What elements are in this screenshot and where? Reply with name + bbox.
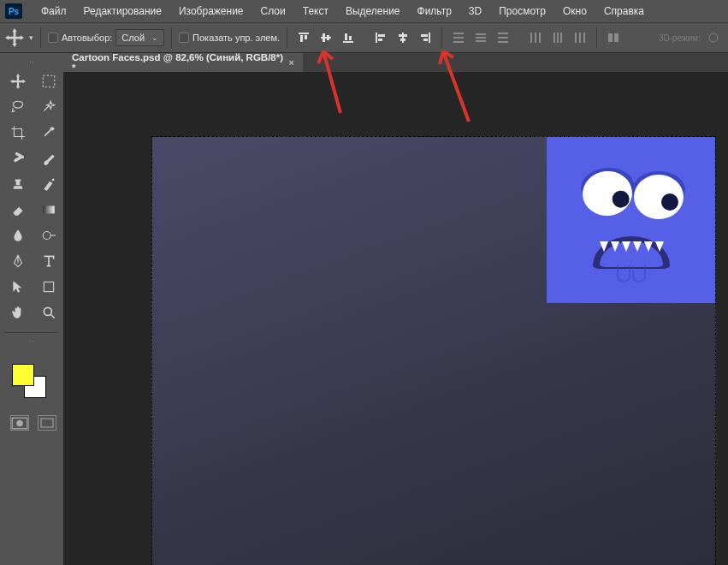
distribute-bottom-button[interactable]	[494, 28, 512, 47]
lasso-tool[interactable]	[5, 96, 31, 118]
eraser-tool[interactable]	[5, 199, 31, 221]
menu-view[interactable]: Просмотр	[490, 2, 554, 21]
dodge-tool[interactable]	[36, 224, 62, 247]
app-logo: Ps	[5, 3, 22, 19]
blur-tool[interactable]	[5, 224, 31, 247]
svg-rect-8	[349, 36, 352, 40]
distribute-left-button[interactable]	[526, 28, 545, 47]
svg-rect-20	[453, 41, 464, 43]
document-tab[interactable]: Cartoon Faces.psd @ 82,6% (Синий, RGB/8*…	[63, 53, 303, 72]
color-swatches[interactable]	[5, 364, 58, 412]
menu-edit[interactable]: Редактирование	[75, 2, 170, 21]
svg-rect-42	[43, 206, 55, 214]
menu-help[interactable]: Справка	[595, 2, 653, 21]
svg-rect-10	[378, 34, 385, 37]
eyedropper-tool[interactable]	[36, 122, 62, 144]
brush-tool[interactable]	[36, 147, 62, 170]
svg-rect-0	[299, 33, 309, 34]
svg-rect-4	[323, 33, 325, 42]
menu-filter[interactable]: Фильтр	[409, 2, 460, 21]
svg-rect-2	[305, 35, 307, 39]
quick-mask-button[interactable]	[10, 415, 29, 431]
svg-point-45	[44, 307, 51, 315]
clone-stamp-tool[interactable]	[5, 173, 31, 195]
chin-lines-icon	[617, 265, 646, 282]
svg-rect-36	[608, 33, 613, 42]
options-bar: ▾ Автовыбор: Слой⌄ Показать упр. элем. 3…	[0, 22, 728, 53]
foreground-color-swatch[interactable]	[12, 364, 34, 386]
menu-image[interactable]: Изображение	[170, 2, 252, 21]
healing-brush-tool[interactable]	[5, 147, 31, 170]
align-top-edges-button[interactable]	[294, 28, 313, 47]
3d-orbit-button[interactable]	[704, 28, 723, 47]
hand-tool[interactable]	[5, 301, 31, 324]
svg-rect-1	[300, 35, 303, 42]
distribute-vcenter-button[interactable]	[471, 28, 490, 47]
auto-select-checkbox[interactable]: Автовыбор:	[48, 33, 112, 43]
marquee-tool[interactable]	[36, 70, 62, 92]
svg-rect-26	[498, 41, 508, 43]
eye-icon	[634, 175, 684, 219]
menu-layers[interactable]: Слои	[252, 2, 294, 21]
screen-mode-button[interactable]	[38, 415, 56, 431]
auto-select-target-dropdown[interactable]: Слой⌄	[115, 29, 164, 46]
menu-select[interactable]: Выделение	[337, 2, 409, 21]
svg-rect-6	[343, 41, 353, 43]
pen-tool[interactable]	[5, 250, 31, 272]
distribute-hcenter-button[interactable]	[548, 28, 567, 47]
svg-rect-34	[579, 33, 581, 43]
svg-rect-18	[453, 33, 464, 34]
align-bottom-edges-button[interactable]	[339, 28, 358, 47]
workspace: ∙∙ ∙∙∙	[0, 53, 728, 565]
zoom-tool[interactable]	[36, 301, 62, 324]
menu-text[interactable]: Текст	[294, 2, 337, 21]
align-right-edges-button[interactable]	[416, 28, 435, 47]
canvas-viewport[interactable]	[63, 72, 728, 565]
type-tool[interactable]	[36, 250, 62, 272]
layer-cartoon-face[interactable]	[547, 137, 715, 303]
svg-rect-9	[376, 33, 377, 43]
teeth-icon	[598, 241, 665, 253]
shape-tool[interactable]	[36, 276, 62, 298]
show-transform-controls-checkbox[interactable]: Показать упр. элем.	[179, 33, 280, 43]
menu-window[interactable]: Окно	[554, 2, 595, 21]
svg-point-38	[709, 33, 718, 42]
tab-title: Cartoon Faces.psd @ 82,6% (Синий, RGB/8*…	[72, 52, 284, 73]
move-tool[interactable]	[5, 70, 31, 92]
gradient-tool[interactable]	[36, 199, 62, 221]
magic-wand-tool[interactable]	[36, 96, 62, 118]
document-tabbar: Cartoon Faces.psd @ 82,6% (Синий, RGB/8*…	[63, 53, 728, 72]
svg-rect-44	[44, 282, 53, 291]
svg-rect-48	[41, 419, 53, 427]
separator	[287, 27, 287, 48]
svg-rect-30	[553, 33, 555, 43]
separator	[171, 27, 172, 48]
svg-rect-25	[498, 37, 508, 39]
auto-select-label: Автовыбор:	[62, 33, 112, 43]
distribute-right-button[interactable]	[571, 28, 589, 47]
svg-rect-29	[539, 33, 541, 43]
close-tab-button[interactable]: ×	[289, 57, 294, 68]
menu-file[interactable]: Файл	[33, 2, 75, 21]
svg-rect-39	[43, 75, 55, 87]
separator	[596, 27, 597, 48]
canvas[interactable]	[152, 137, 715, 565]
separator	[40, 27, 41, 48]
panel-handle[interactable]: ∙∙	[5, 56, 58, 65]
align-vertical-centers-button[interactable]	[317, 28, 335, 47]
history-brush-tool[interactable]	[36, 173, 62, 195]
auto-align-button[interactable]	[604, 28, 623, 47]
menu-3d[interactable]: 3D	[460, 2, 490, 21]
svg-rect-31	[557, 33, 559, 43]
chevron-down-icon[interactable]: ▾	[29, 33, 33, 42]
path-selection-tool[interactable]	[5, 276, 31, 298]
tools-panel: ∙∙ ∙∙∙	[0, 53, 63, 565]
crop-tool[interactable]	[5, 122, 31, 144]
align-horizontal-centers-button[interactable]	[394, 28, 412, 47]
align-left-edges-button[interactable]	[371, 28, 390, 47]
show-controls-label: Показать упр. элем.	[192, 33, 280, 43]
svg-rect-22	[476, 37, 486, 39]
distribute-top-button[interactable]	[449, 28, 468, 47]
svg-rect-11	[378, 39, 382, 41]
chevron-down-icon: ⌄	[151, 33, 158, 42]
